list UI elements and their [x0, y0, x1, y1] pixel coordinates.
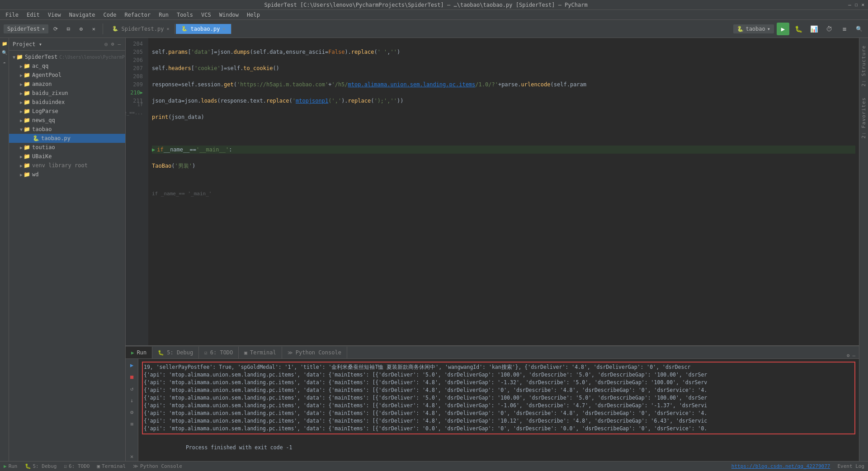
- menu-run[interactable]: Run: [155, 11, 172, 19]
- sidebar-settings-icon[interactable]: ⚙: [110, 40, 115, 48]
- output-filter-button[interactable]: ≡: [127, 419, 137, 429]
- title-bar: SpiderTest [C:\Users\lenovo\PycharmProje…: [0, 0, 868, 10]
- todo-tab-label: 6: TODO: [210, 349, 233, 356]
- output-highlighted-section: 19, 'sellerPayPostfee': True, 'spGoldMed…: [142, 362, 855, 434]
- menu-window[interactable]: Window: [216, 11, 242, 19]
- status-python-console-button[interactable]: ≫ Python Console: [133, 463, 182, 469]
- run-config-selector[interactable]: 🐍 taobao ▾: [733, 24, 774, 33]
- collapse-button[interactable]: ⊟: [63, 24, 74, 34]
- output-close-button[interactable]: ✕: [127, 452, 137, 461]
- tree-item-amazon[interactable]: ▶ 📁 amazon: [9, 80, 125, 89]
- tree-item-wd[interactable]: ▶ 📁 wd: [9, 170, 125, 179]
- menu-code[interactable]: Code: [100, 11, 120, 19]
- output-settings-button[interactable]: ⚙: [127, 408, 137, 417]
- menu-file[interactable]: File: [2, 11, 22, 19]
- sidebar-title: Project ▾: [13, 41, 102, 47]
- tree-item-ac-qq[interactable]: ▶ 📁 ac_qq: [9, 61, 125, 71]
- tree-item-ubaike[interactable]: ▶ 📁 UBaiKe: [9, 152, 125, 161]
- left-icon-1[interactable]: 📁: [1, 40, 8, 47]
- maximize-button[interactable]: ☐: [855, 2, 858, 8]
- tree-item-root[interactable]: ▼ 📁 SpiderTest C:\Users\lenovo\PycharmPr…: [9, 52, 125, 61]
- left-icon-2[interactable]: 🔍: [1, 49, 8, 56]
- file-tree: ▼ 📁 SpiderTest C:\Users\lenovo\PycharmPr…: [9, 51, 125, 461]
- tree-item-baidu-zixun[interactable]: ▶ 📁 baidu_zixun: [9, 89, 125, 98]
- code-line-205: self.headers['cookie'] = self.to_cookie(…: [152, 64, 855, 72]
- tree-item-toutiao[interactable]: ▶ 📁 toutiao: [9, 143, 125, 152]
- code-line-207: json_data = json.loads(response.text.rep…: [152, 97, 855, 105]
- run-button[interactable]: ▶: [777, 23, 789, 35]
- output-stop-button[interactable]: ■: [127, 372, 137, 382]
- tab-python-console[interactable]: ≫ Python Console: [282, 347, 347, 358]
- output-rerun-button[interactable]: ↺: [127, 384, 137, 393]
- bottom-tabs: ▶ Run 🐛 5: Debug ☑ 6: TODO ▣ Terminal: [126, 346, 859, 359]
- tab-taobao[interactable]: 🐍 taobao.py ✕: [176, 24, 231, 34]
- tree-item-agentpool[interactable]: ▶ 📁 AgentPool: [9, 71, 125, 80]
- menu-tools[interactable]: Tools: [173, 11, 197, 19]
- bottom-minimize-icon[interactable]: —: [852, 353, 855, 358]
- status-terminal-button[interactable]: ▣ Terminal: [97, 463, 126, 469]
- output-content[interactable]: 19, 'sellerPayPostfee': True, 'spGoldMed…: [138, 359, 859, 461]
- code-line-210: ▶if __name__ == '__main__':: [152, 146, 855, 154]
- debug-button[interactable]: 🐛: [792, 23, 805, 35]
- output-cursor-line: [142, 460, 855, 461]
- close-button[interactable]: ✕: [861, 2, 864, 8]
- code-editor[interactable]: 204 205 206 207 208 209 210 ▶ 211 if _na…: [126, 38, 859, 461]
- left-icon-3[interactable]: ☁: [1, 58, 8, 65]
- status-todo-button[interactable]: ☑ 6: TODO: [64, 463, 90, 469]
- status-run-icon: ▶: [4, 463, 7, 469]
- tab-spidertest[interactable]: 🐍 SpiderTest.py ✕: [107, 24, 175, 34]
- output-line-4: {'api': 'mtop.alimama.union.sem.landing.…: [144, 386, 854, 394]
- editor-area: 204 205 206 207 208 209 210 ▶ 211 if _na…: [126, 38, 859, 461]
- status-bar: ▶ Run 🐛 5: Debug ☑ 6: TODO ▣ Terminal ≫ …: [0, 461, 868, 471]
- tree-item-logparse[interactable]: ▶ 📁 LogParse: [9, 107, 125, 116]
- tab-close-taobao[interactable]: ✕: [222, 26, 225, 31]
- output-line-8: {'api': 'mtop.alimama.union.sem.landing.…: [144, 417, 854, 425]
- tree-item-baiduindex[interactable]: ▶ 📁 baiduindex: [9, 98, 125, 107]
- menu-help[interactable]: Help: [243, 11, 264, 19]
- coverage-button[interactable]: 📊: [807, 23, 820, 35]
- toolbar: SpiderTest ▾ ⟳ ⊟ ⚙ ✕ 🐍 SpiderTest.py ✕ 🐍…: [0, 20, 868, 38]
- output-line-1: 19, 'sellerPayPostfee': True, 'spGoldMed…: [144, 363, 854, 371]
- locate-icon[interactable]: ◎: [104, 40, 108, 48]
- tab-todo[interactable]: ☑ 6: TODO: [199, 347, 239, 358]
- structure-panel-label[interactable]: 2: Structure: [860, 42, 868, 90]
- menu-vcs[interactable]: VCS: [198, 11, 215, 19]
- menu-navigate[interactable]: Navigate: [66, 11, 99, 19]
- settings-icon[interactable]: ⚙: [75, 24, 86, 34]
- status-python-console-icon: ≫: [133, 463, 138, 469]
- code-line-204: self.params['data'] = json.dumps(self.da…: [152, 48, 855, 56]
- profile-button[interactable]: ⏱: [823, 23, 835, 35]
- favorites-panel-label[interactable]: 2: Favorites: [860, 94, 868, 142]
- concurrency-button[interactable]: ≡: [838, 23, 851, 35]
- tree-item-taobao-folder[interactable]: ▼ 📁 taobao: [9, 125, 125, 134]
- status-debug-button[interactable]: 🐛 5: Debug: [25, 463, 57, 469]
- tab-close-spidertest[interactable]: ✕: [166, 26, 169, 31]
- output-scroll-end[interactable]: ↓: [127, 396, 137, 405]
- sync-button[interactable]: ⟳: [50, 24, 61, 34]
- hide-button[interactable]: ✕: [88, 24, 99, 34]
- status-event-log[interactable]: Event Log: [837, 463, 864, 469]
- search-everywhere-button[interactable]: 🔍: [854, 24, 864, 34]
- tree-item-taobao-py[interactable]: 🐍 taobao.py: [9, 134, 125, 143]
- tree-item-venv[interactable]: ▶ 📁 venv library root: [9, 161, 125, 170]
- bottom-settings-icon[interactable]: ⚙: [847, 353, 850, 358]
- menu-view[interactable]: View: [44, 11, 65, 19]
- status-url[interactable]: https://blog.csdn.net/qq_42279077: [731, 463, 830, 469]
- tab-run[interactable]: ▶ Run: [126, 347, 152, 358]
- run-config-icon: 🐍: [737, 26, 744, 32]
- minimize-button[interactable]: —: [848, 2, 851, 8]
- menu-edit[interactable]: Edit: [23, 11, 43, 19]
- toolbar-right: 🐍 taobao ▾ ▶ 🐛 📊 ⏱ ≡ 🔍: [733, 23, 864, 35]
- right-icon-bar: 2: Structure 2: Favorites: [859, 38, 868, 461]
- status-run-button[interactable]: ▶ Run: [4, 463, 18, 469]
- terminal-tab-icon: ▣: [244, 350, 247, 356]
- output-run-button[interactable]: ▶: [127, 361, 137, 370]
- tree-item-news-qq[interactable]: ▶ 📁 news_qq: [9, 116, 125, 125]
- tab-terminal[interactable]: ▣ Terminal: [239, 347, 282, 358]
- menu-refactor[interactable]: Refactor: [121, 11, 154, 19]
- status-left: ▶ Run 🐛 5: Debug ☑ 6: TODO ▣ Terminal ≫ …: [4, 463, 182, 469]
- tab-debug[interactable]: 🐛 5: Debug: [152, 347, 199, 358]
- sidebar-collapse-icon[interactable]: —: [117, 40, 122, 48]
- code-content[interactable]: self.params['data'] = json.dumps(self.da…: [148, 38, 859, 345]
- project-selector[interactable]: SpiderTest ▾: [4, 24, 48, 33]
